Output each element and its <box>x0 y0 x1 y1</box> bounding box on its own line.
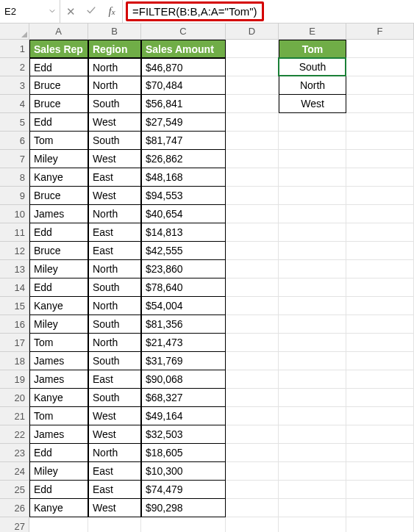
cell-A15[interactable]: Kanye <box>29 297 88 315</box>
cell-F25[interactable] <box>346 481 414 499</box>
cell-E8[interactable] <box>279 168 346 187</box>
row-header-14[interactable]: 14 <box>0 278 29 297</box>
cell-B2[interactable]: North <box>88 58 141 76</box>
cell-C12[interactable]: $42,555 <box>141 242 226 260</box>
cell-D13[interactable] <box>226 260 279 278</box>
cell-C4[interactable]: $56,841 <box>141 95 226 113</box>
cell-A12[interactable]: Bruce <box>29 242 88 260</box>
row-header-3[interactable]: 3 <box>0 76 29 95</box>
cell-D20[interactable] <box>226 389 279 407</box>
cell-D24[interactable] <box>226 462 279 481</box>
cell-F22[interactable] <box>346 425 414 444</box>
row-header-25[interactable]: 25 <box>0 481 29 499</box>
cell-B27[interactable] <box>88 517 141 532</box>
cell-D12[interactable] <box>226 242 279 260</box>
cell-A13[interactable]: Miley <box>29 260 88 278</box>
cell-C14[interactable]: $78,640 <box>141 278 226 297</box>
cell-B12[interactable]: East <box>88 242 141 260</box>
cell-A10[interactable]: James <box>29 205 88 223</box>
cell-F19[interactable] <box>346 370 414 389</box>
cell-D6[interactable] <box>226 132 279 150</box>
row-header-22[interactable]: 22 <box>0 425 29 444</box>
cell-E1[interactable]: Tom <box>279 40 346 58</box>
cell-D9[interactable] <box>226 187 279 205</box>
column-header-C[interactable]: C <box>141 24 226 39</box>
cell-F16[interactable] <box>346 315 414 334</box>
cell-A11[interactable]: Edd <box>29 223 88 242</box>
cell-D11[interactable] <box>226 223 279 242</box>
cell-E10[interactable] <box>279 205 346 223</box>
column-header-D[interactable]: D <box>226 24 279 39</box>
cell-F24[interactable] <box>346 462 414 481</box>
cell-F10[interactable] <box>346 205 414 223</box>
row-header-21[interactable]: 21 <box>0 407 29 425</box>
cell-B5[interactable]: West <box>88 113 141 132</box>
cell-D14[interactable] <box>226 278 279 297</box>
cell-C26[interactable]: $90,298 <box>141 499 226 517</box>
cell-A14[interactable]: Edd <box>29 278 88 297</box>
cell-D8[interactable] <box>226 168 279 187</box>
cell-F8[interactable] <box>346 168 414 187</box>
column-header-F[interactable]: F <box>346 24 414 39</box>
cell-F21[interactable] <box>346 407 414 425</box>
cell-C9[interactable]: $94,553 <box>141 187 226 205</box>
cell-B24[interactable]: East <box>88 462 141 481</box>
cell-B13[interactable]: North <box>88 260 141 278</box>
cell-D7[interactable] <box>226 150 279 168</box>
cell-C13[interactable]: $23,860 <box>141 260 226 278</box>
row-header-19[interactable]: 19 <box>0 370 29 389</box>
cell-C19[interactable]: $90,068 <box>141 370 226 389</box>
cell-F14[interactable] <box>346 278 414 297</box>
row-header-20[interactable]: 20 <box>0 389 29 407</box>
cell-D5[interactable] <box>226 113 279 132</box>
cell-B10[interactable]: North <box>88 205 141 223</box>
row-header-7[interactable]: 7 <box>0 150 29 168</box>
row-header-8[interactable]: 8 <box>0 168 29 187</box>
cell-C8[interactable]: $48,168 <box>141 168 226 187</box>
cell-A21[interactable]: Tom <box>29 407 88 425</box>
cell-A19[interactable]: James <box>29 370 88 389</box>
cell-E20[interactable] <box>279 389 346 407</box>
cell-C16[interactable]: $81,356 <box>141 315 226 334</box>
cell-D3[interactable] <box>226 76 279 95</box>
cell-E27[interactable] <box>279 517 346 532</box>
cell-F2[interactable] <box>346 58 414 76</box>
cell-A26[interactable]: Kanye <box>29 499 88 517</box>
enter-button[interactable] <box>81 0 101 23</box>
cell-C10[interactable]: $40,654 <box>141 205 226 223</box>
row-header-13[interactable]: 13 <box>0 260 29 278</box>
cell-B25[interactable]: East <box>88 481 141 499</box>
cancel-button[interactable]: ✕ <box>60 0 81 23</box>
cell-B7[interactable]: West <box>88 150 141 168</box>
cell-B15[interactable]: North <box>88 297 141 315</box>
row-header-15[interactable]: 15 <box>0 297 29 315</box>
cell-A9[interactable]: Bruce <box>29 187 88 205</box>
cell-B17[interactable]: North <box>88 334 141 352</box>
row-header-16[interactable]: 16 <box>0 315 29 334</box>
cell-A7[interactable]: Miley <box>29 150 88 168</box>
cell-A4[interactable]: Bruce <box>29 95 88 113</box>
cell-B3[interactable]: North <box>88 76 141 95</box>
cell-E26[interactable] <box>279 499 346 517</box>
cell-E3[interactable]: North <box>279 76 346 95</box>
cell-E5[interactable] <box>279 113 346 132</box>
cell-A24[interactable]: Miley <box>29 462 88 481</box>
cell-B14[interactable]: South <box>88 278 141 297</box>
cell-D22[interactable] <box>226 425 279 444</box>
cell-C21[interactable]: $49,164 <box>141 407 226 425</box>
cell-D2[interactable] <box>226 58 279 76</box>
cell-C24[interactable]: $10,300 <box>141 462 226 481</box>
cell-B9[interactable]: West <box>88 187 141 205</box>
cell-A18[interactable]: James <box>29 352 88 370</box>
insert-function-button[interactable]: fx <box>101 0 122 23</box>
cell-C18[interactable]: $31,769 <box>141 352 226 370</box>
row-header-27[interactable]: 27 <box>0 517 29 532</box>
cell-A8[interactable]: Kanye <box>29 168 88 187</box>
cell-B23[interactable]: North <box>88 444 141 462</box>
cell-A25[interactable]: Edd <box>29 481 88 499</box>
cell-C20[interactable]: $68,327 <box>141 389 226 407</box>
cell-B6[interactable]: South <box>88 132 141 150</box>
cell-B11[interactable]: East <box>88 223 141 242</box>
row-header-10[interactable]: 10 <box>0 205 29 223</box>
row-header-6[interactable]: 6 <box>0 132 29 150</box>
